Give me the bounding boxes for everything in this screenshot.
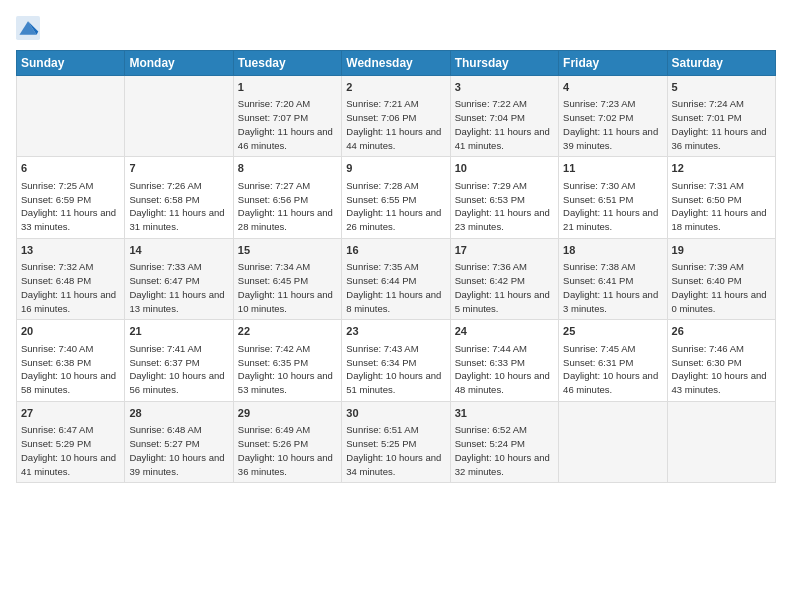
calendar-cell: 21Sunrise: 7:41 AM Sunset: 6:37 PM Dayli…: [125, 320, 233, 401]
day-number: 11: [563, 161, 662, 176]
calendar-cell: 19Sunrise: 7:39 AM Sunset: 6:40 PM Dayli…: [667, 238, 775, 319]
day-content: Sunrise: 7:46 AM Sunset: 6:30 PM Dayligh…: [672, 342, 771, 397]
day-content: Sunrise: 7:42 AM Sunset: 6:35 PM Dayligh…: [238, 342, 337, 397]
day-content: Sunrise: 7:39 AM Sunset: 6:40 PM Dayligh…: [672, 260, 771, 315]
calendar-cell: 23Sunrise: 7:43 AM Sunset: 6:34 PM Dayli…: [342, 320, 450, 401]
calendar-body: 1Sunrise: 7:20 AM Sunset: 7:07 PM Daylig…: [17, 76, 776, 483]
day-header-tuesday: Tuesday: [233, 51, 341, 76]
calendar-cell: 16Sunrise: 7:35 AM Sunset: 6:44 PM Dayli…: [342, 238, 450, 319]
calendar-week-3: 13Sunrise: 7:32 AM Sunset: 6:48 PM Dayli…: [17, 238, 776, 319]
day-header-thursday: Thursday: [450, 51, 558, 76]
day-content: Sunrise: 6:48 AM Sunset: 5:27 PM Dayligh…: [129, 423, 228, 478]
day-content: Sunrise: 7:27 AM Sunset: 6:56 PM Dayligh…: [238, 179, 337, 234]
calendar-cell: 12Sunrise: 7:31 AM Sunset: 6:50 PM Dayli…: [667, 157, 775, 238]
day-content: Sunrise: 7:38 AM Sunset: 6:41 PM Dayligh…: [563, 260, 662, 315]
day-number: 19: [672, 243, 771, 258]
day-number: 9: [346, 161, 445, 176]
calendar-cell: 7Sunrise: 7:26 AM Sunset: 6:58 PM Daylig…: [125, 157, 233, 238]
calendar-cell: [667, 401, 775, 482]
day-number: 7: [129, 161, 228, 176]
calendar-cell: 5Sunrise: 7:24 AM Sunset: 7:01 PM Daylig…: [667, 76, 775, 157]
day-content: Sunrise: 7:40 AM Sunset: 6:38 PM Dayligh…: [21, 342, 120, 397]
calendar-cell: 15Sunrise: 7:34 AM Sunset: 6:45 PM Dayli…: [233, 238, 341, 319]
day-number: 1: [238, 80, 337, 95]
day-content: Sunrise: 7:25 AM Sunset: 6:59 PM Dayligh…: [21, 179, 120, 234]
calendar-cell: 13Sunrise: 7:32 AM Sunset: 6:48 PM Dayli…: [17, 238, 125, 319]
calendar-cell: 20Sunrise: 7:40 AM Sunset: 6:38 PM Dayli…: [17, 320, 125, 401]
calendar-cell: 10Sunrise: 7:29 AM Sunset: 6:53 PM Dayli…: [450, 157, 558, 238]
day-content: Sunrise: 7:33 AM Sunset: 6:47 PM Dayligh…: [129, 260, 228, 315]
page-header: [16, 16, 776, 40]
calendar-week-4: 20Sunrise: 7:40 AM Sunset: 6:38 PM Dayli…: [17, 320, 776, 401]
calendar-cell: 25Sunrise: 7:45 AM Sunset: 6:31 PM Dayli…: [559, 320, 667, 401]
calendar-cell: 26Sunrise: 7:46 AM Sunset: 6:30 PM Dayli…: [667, 320, 775, 401]
calendar-cell: 17Sunrise: 7:36 AM Sunset: 6:42 PM Dayli…: [450, 238, 558, 319]
day-content: Sunrise: 7:36 AM Sunset: 6:42 PM Dayligh…: [455, 260, 554, 315]
day-number: 31: [455, 406, 554, 421]
day-number: 22: [238, 324, 337, 339]
day-number: 25: [563, 324, 662, 339]
day-content: Sunrise: 7:21 AM Sunset: 7:06 PM Dayligh…: [346, 97, 445, 152]
day-number: 10: [455, 161, 554, 176]
calendar-cell: [17, 76, 125, 157]
calendar-cell: 29Sunrise: 6:49 AM Sunset: 5:26 PM Dayli…: [233, 401, 341, 482]
day-number: 6: [21, 161, 120, 176]
logo: [16, 16, 44, 40]
day-number: 29: [238, 406, 337, 421]
calendar-cell: 31Sunrise: 6:52 AM Sunset: 5:24 PM Dayli…: [450, 401, 558, 482]
day-number: 20: [21, 324, 120, 339]
calendar-cell: 2Sunrise: 7:21 AM Sunset: 7:06 PM Daylig…: [342, 76, 450, 157]
day-content: Sunrise: 7:28 AM Sunset: 6:55 PM Dayligh…: [346, 179, 445, 234]
calendar-cell: 9Sunrise: 7:28 AM Sunset: 6:55 PM Daylig…: [342, 157, 450, 238]
day-number: 8: [238, 161, 337, 176]
day-number: 18: [563, 243, 662, 258]
day-content: Sunrise: 6:52 AM Sunset: 5:24 PM Dayligh…: [455, 423, 554, 478]
day-content: Sunrise: 6:49 AM Sunset: 5:26 PM Dayligh…: [238, 423, 337, 478]
day-content: Sunrise: 7:26 AM Sunset: 6:58 PM Dayligh…: [129, 179, 228, 234]
day-header-wednesday: Wednesday: [342, 51, 450, 76]
day-content: Sunrise: 6:47 AM Sunset: 5:29 PM Dayligh…: [21, 423, 120, 478]
calendar-cell: 30Sunrise: 6:51 AM Sunset: 5:25 PM Dayli…: [342, 401, 450, 482]
day-content: Sunrise: 7:30 AM Sunset: 6:51 PM Dayligh…: [563, 179, 662, 234]
day-content: Sunrise: 7:44 AM Sunset: 6:33 PM Dayligh…: [455, 342, 554, 397]
day-number: 21: [129, 324, 228, 339]
calendar-cell: 28Sunrise: 6:48 AM Sunset: 5:27 PM Dayli…: [125, 401, 233, 482]
day-content: Sunrise: 7:34 AM Sunset: 6:45 PM Dayligh…: [238, 260, 337, 315]
logo-icon: [16, 16, 40, 40]
calendar-header: SundayMondayTuesdayWednesdayThursdayFrid…: [17, 51, 776, 76]
calendar-cell: 18Sunrise: 7:38 AM Sunset: 6:41 PM Dayli…: [559, 238, 667, 319]
calendar-week-1: 1Sunrise: 7:20 AM Sunset: 7:07 PM Daylig…: [17, 76, 776, 157]
day-number: 15: [238, 243, 337, 258]
day-number: 23: [346, 324, 445, 339]
day-number: 14: [129, 243, 228, 258]
day-header-saturday: Saturday: [667, 51, 775, 76]
calendar-cell: 6Sunrise: 7:25 AM Sunset: 6:59 PM Daylig…: [17, 157, 125, 238]
calendar-cell: 14Sunrise: 7:33 AM Sunset: 6:47 PM Dayli…: [125, 238, 233, 319]
calendar-cell: 3Sunrise: 7:22 AM Sunset: 7:04 PM Daylig…: [450, 76, 558, 157]
day-number: 3: [455, 80, 554, 95]
day-number: 17: [455, 243, 554, 258]
day-number: 24: [455, 324, 554, 339]
calendar-week-2: 6Sunrise: 7:25 AM Sunset: 6:59 PM Daylig…: [17, 157, 776, 238]
calendar-cell: 11Sunrise: 7:30 AM Sunset: 6:51 PM Dayli…: [559, 157, 667, 238]
day-content: Sunrise: 7:20 AM Sunset: 7:07 PM Dayligh…: [238, 97, 337, 152]
day-content: Sunrise: 7:32 AM Sunset: 6:48 PM Dayligh…: [21, 260, 120, 315]
day-content: Sunrise: 7:43 AM Sunset: 6:34 PM Dayligh…: [346, 342, 445, 397]
day-content: Sunrise: 7:45 AM Sunset: 6:31 PM Dayligh…: [563, 342, 662, 397]
calendar-cell: 27Sunrise: 6:47 AM Sunset: 5:29 PM Dayli…: [17, 401, 125, 482]
day-number: 27: [21, 406, 120, 421]
calendar-cell: 4Sunrise: 7:23 AM Sunset: 7:02 PM Daylig…: [559, 76, 667, 157]
day-number: 2: [346, 80, 445, 95]
calendar-week-5: 27Sunrise: 6:47 AM Sunset: 5:29 PM Dayli…: [17, 401, 776, 482]
calendar-cell: 1Sunrise: 7:20 AM Sunset: 7:07 PM Daylig…: [233, 76, 341, 157]
day-content: Sunrise: 7:41 AM Sunset: 6:37 PM Dayligh…: [129, 342, 228, 397]
day-number: 12: [672, 161, 771, 176]
day-number: 28: [129, 406, 228, 421]
day-content: Sunrise: 7:29 AM Sunset: 6:53 PM Dayligh…: [455, 179, 554, 234]
day-header-sunday: Sunday: [17, 51, 125, 76]
day-number: 16: [346, 243, 445, 258]
day-content: Sunrise: 7:35 AM Sunset: 6:44 PM Dayligh…: [346, 260, 445, 315]
day-number: 4: [563, 80, 662, 95]
calendar-cell: 22Sunrise: 7:42 AM Sunset: 6:35 PM Dayli…: [233, 320, 341, 401]
day-header-monday: Monday: [125, 51, 233, 76]
